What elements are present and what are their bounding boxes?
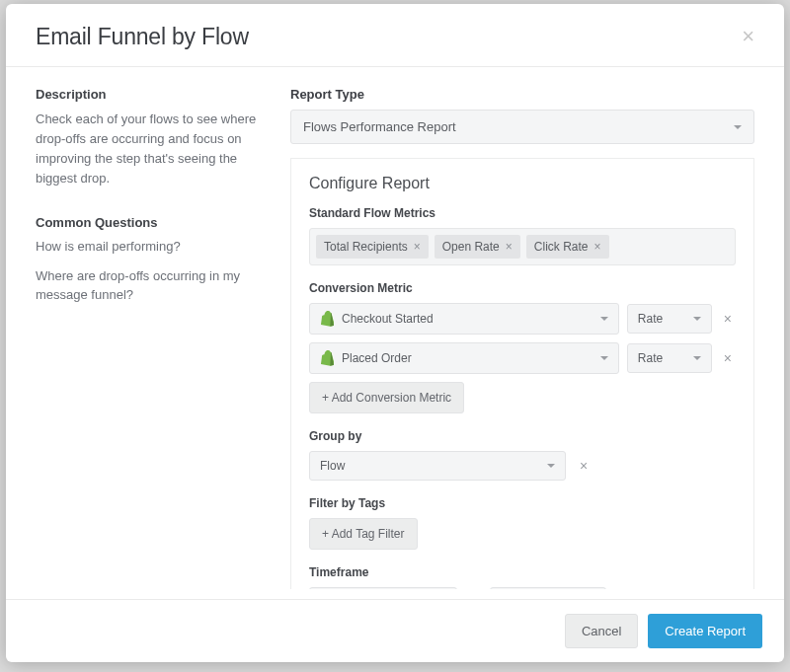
conversion-metric-select[interactable]: Checkout Started (309, 303, 619, 335)
remove-tag-icon[interactable]: × (506, 241, 513, 253)
metric-tag: Total Recipients × (316, 235, 429, 259)
configure-heading: Configure Report (309, 175, 736, 192)
report-type-label: Report Type (290, 87, 754, 102)
shopify-icon (320, 350, 334, 366)
conversion-type-value: Rate (638, 351, 663, 365)
remove-groupby-icon[interactable]: × (576, 459, 592, 473)
configure-report-panel: Configure Report Standard Flow Metrics T… (290, 158, 754, 589)
conversion-metric-label: Conversion Metric (309, 281, 736, 295)
create-report-button[interactable]: Create Report (648, 614, 762, 648)
conversion-type-select[interactable]: Rate (627, 304, 712, 334)
add-conversion-metric-button[interactable]: + Add Conversion Metric (309, 382, 464, 413)
modal-title: Email Funnel by Flow (36, 24, 249, 50)
common-question-item: How is email performing? (36, 238, 261, 257)
close-icon[interactable]: × (742, 24, 754, 47)
description-heading: Description (36, 87, 261, 102)
metric-tag: Open Rate × (434, 235, 520, 259)
metric-tag-label: Total Recipients (324, 240, 408, 254)
remove-row-icon[interactable]: × (720, 351, 736, 365)
conversion-type-value: Rate (638, 312, 663, 326)
timeframe-row: Sent Last Week by Entire Range (309, 587, 736, 589)
groupby-value: Flow (320, 459, 345, 473)
standard-metrics-label: Standard Flow Metrics (309, 206, 736, 220)
left-column: Description Check each of your flows to … (36, 87, 261, 589)
chevron-down-icon (734, 125, 742, 129)
modal: Email Funnel by Flow × Description Check… (6, 4, 784, 662)
filter-by-tags-label: Filter by Tags (309, 496, 736, 510)
groupby-select[interactable]: Flow (309, 451, 566, 481)
description-text: Check each of your flows to see where dr… (36, 110, 261, 189)
add-tag-filter-button[interactable]: + Add Tag Filter (309, 518, 418, 550)
conversion-metric-value: Checkout Started (342, 312, 434, 326)
cancel-button[interactable]: Cancel (565, 614, 638, 648)
conversion-type-select[interactable]: Rate (627, 343, 712, 373)
report-type-select[interactable]: Flows Performance Report (290, 110, 754, 144)
chevron-down-icon (600, 317, 608, 321)
metric-tag-label: Click Rate (534, 240, 589, 254)
groupby-label: Group by (309, 429, 736, 443)
common-questions-heading: Common Questions (36, 215, 261, 230)
metric-tag: Click Rate × (526, 235, 609, 259)
remove-tag-icon[interactable]: × (414, 241, 421, 253)
metric-tag-label: Open Rate (442, 240, 500, 254)
remove-row-icon[interactable]: × (720, 312, 736, 326)
chevron-down-icon (693, 317, 701, 321)
remove-tag-icon[interactable]: × (593, 241, 600, 253)
modal-footer: Cancel Create Report (6, 599, 784, 662)
common-question-item: Where are drop-offs occurring in my mess… (36, 267, 261, 305)
conversion-metric-value: Placed Order (342, 351, 412, 365)
right-column: Report Type Flows Performance Report Con… (290, 87, 754, 589)
timeframe-select[interactable]: Sent Last Week (309, 587, 457, 589)
conversion-metric-row: Placed Order Rate × (309, 342, 736, 374)
modal-header: Email Funnel by Flow × (6, 4, 784, 67)
timeframe-range-select[interactable]: Entire Range (490, 587, 606, 589)
chevron-down-icon (600, 356, 608, 360)
groupby-row: Flow × (309, 451, 736, 481)
modal-body: Description Check each of your flows to … (6, 67, 784, 599)
shopify-icon (320, 311, 334, 327)
chevron-down-icon (693, 356, 701, 360)
conversion-metric-select[interactable]: Placed Order (309, 342, 619, 374)
conversion-metric-row: Checkout Started Rate × (309, 303, 736, 335)
chevron-down-icon (547, 464, 555, 468)
timeframe-label: Timeframe (309, 565, 736, 579)
report-type-value: Flows Performance Report (303, 119, 456, 134)
standard-metrics-input[interactable]: Total Recipients × Open Rate × Click Rat… (309, 228, 736, 265)
